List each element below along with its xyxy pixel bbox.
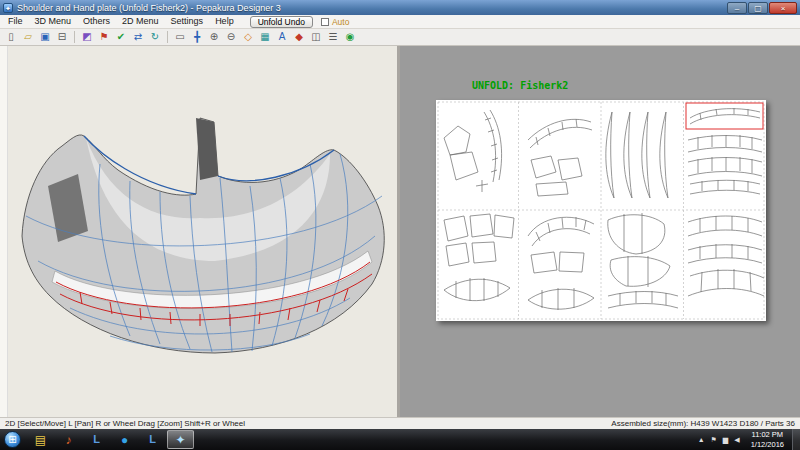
zoom-in-icon[interactable]: ⊕ — [206, 30, 222, 44]
auto-option: Auto — [321, 17, 350, 27]
menu-item-help[interactable]: Help — [209, 15, 240, 28]
hidden-icons-button[interactable]: ▲ — [698, 436, 705, 443]
volume-icon[interactable]: ◀ — [734, 436, 739, 444]
start-button[interactable]: ⊞ — [4, 431, 21, 448]
unfold-undo-button[interactable]: Unfold Undo — [250, 16, 313, 28]
auto-checkbox[interactable] — [321, 18, 329, 26]
system-tray: ▲ ⚑ ▆ ◀ 11:02 PM 1/12/2016 — [695, 429, 800, 450]
status-hint: 2D [Select/Move] L [Pan] R or Wheel Drag… — [5, 419, 245, 428]
clock-date: 1/12/2016 — [751, 440, 784, 449]
toolbar-separator — [74, 31, 75, 43]
blue-dot-icon: ● — [121, 434, 128, 446]
rotate-icon[interactable]: ↻ — [147, 30, 163, 44]
explorer-icon: ▤ — [35, 434, 46, 446]
3d-model-canvas[interactable] — [0, 46, 397, 417]
arrange-parts-icon[interactable]: ☰ — [325, 30, 341, 44]
pan-icon[interactable]: ◇ — [240, 30, 256, 44]
edge-color-icon[interactable]: ◆ — [291, 30, 307, 44]
new-file-icon[interactable]: ▯ — [3, 30, 19, 44]
toolbar: ▯ ▱ ▣ ⊟ ◩ ⚑ ✔ ⇄ ↻ ▭ ╋ ⊕ ⊖ ◇ ▦ A ◆ ◫ ☰ ◉ — [0, 29, 800, 46]
info-icon[interactable]: ◉ — [342, 30, 358, 44]
close-button[interactable]: × — [769, 2, 797, 14]
app-l-icon: L — [93, 434, 100, 445]
split-view-icon[interactable]: ◫ — [308, 30, 324, 44]
pepakura-app-icon: ✦ — [3, 3, 13, 13]
unfold-header: UNFOLD: Fisherk2 — [472, 80, 568, 91]
save-icon[interactable]: ▣ — [37, 30, 53, 44]
taskbar-clock[interactable]: 11:02 PM 1/12/2016 — [751, 430, 784, 449]
pepakura-taskbar-icon: ✦ — [175, 434, 185, 446]
maximize-button[interactable]: ▢ — [748, 2, 768, 14]
window-controls: – ▢ × — [727, 2, 797, 14]
menu-item-file[interactable]: File — [2, 15, 29, 28]
taskbar-app-pepakura[interactable]: ✦ — [167, 430, 194, 449]
menu-item-3d-menu[interactable]: 3D Menu — [29, 15, 78, 28]
pattern-canvas[interactable] — [436, 100, 766, 321]
auto-label: Auto — [332, 17, 350, 27]
clock-time: 11:02 PM — [751, 430, 784, 439]
texture-view-icon[interactable]: ◩ — [79, 30, 95, 44]
show-desktop-button[interactable] — [792, 429, 800, 450]
open-file-icon[interactable]: ▱ — [20, 30, 36, 44]
main-area: UNFOLD: Fisherk2 — [0, 46, 800, 417]
minimize-button[interactable]: – — [727, 2, 747, 14]
flip-horizontal-icon[interactable]: ⇄ — [130, 30, 146, 44]
menu-item-others[interactable]: Others — [77, 15, 116, 28]
3d-view-pane[interactable] — [0, 46, 397, 417]
taskbar: ⊞ ▤ ♪ L ● L ✦ ▲ ⚑ ▆ ◀ 11:02 PM 1/12/2016 — [0, 429, 800, 450]
status-model-info: Assembled size(mm): H439 W1423 D180 / Pa… — [611, 419, 795, 428]
validate-icon[interactable]: ✔ — [113, 30, 129, 44]
window-title: Shoulder and Hand plate (Unfold Fisherk2… — [17, 3, 281, 13]
pane-margin — [0, 46, 8, 417]
pepakura-window: ✦ Shoulder and Hand plate (Unfold Fisher… — [0, 0, 800, 450]
2d-view-pane[interactable]: UNFOLD: Fisherk2 — [400, 46, 800, 417]
taskbar-app-l-first[interactable]: L — [83, 430, 110, 449]
media-player-icon: ♪ — [66, 434, 72, 446]
taskbar-app-media-player[interactable]: ♪ — [55, 430, 82, 449]
menu-item-2d-menu[interactable]: 2D Menu — [116, 15, 165, 28]
menu-item-settings[interactable]: Settings — [165, 15, 210, 28]
toolbar-separator — [167, 31, 168, 43]
flag-settings-icon[interactable]: ⚑ — [96, 30, 112, 44]
zoom-out-icon[interactable]: ⊖ — [223, 30, 239, 44]
text-tool-icon[interactable]: A — [274, 30, 290, 44]
app-l-icon: L — [149, 434, 156, 445]
select-box-icon[interactable]: ▭ — [172, 30, 188, 44]
titlebar[interactable]: ✦ Shoulder and Hand plate (Unfold Fisher… — [0, 0, 800, 15]
taskbar-app-l-second[interactable]: L — [139, 430, 166, 449]
taskbar-app-blue-dot[interactable]: ● — [111, 430, 138, 449]
taskbar-app-explorer[interactable]: ▤ — [27, 430, 54, 449]
action-center-icon[interactable]: ⚑ — [711, 436, 717, 444]
print-icon[interactable]: ⊟ — [54, 30, 70, 44]
menubar: File 3D Menu Others 2D Menu Settings Hel… — [0, 15, 800, 29]
pattern-page[interactable] — [436, 100, 766, 321]
network-icon[interactable]: ▆ — [723, 436, 728, 444]
move-icon[interactable]: ╋ — [189, 30, 205, 44]
grid-icon[interactable]: ▦ — [257, 30, 273, 44]
statusbar: 2D [Select/Move] L [Pan] R or Wheel Drag… — [0, 417, 800, 429]
